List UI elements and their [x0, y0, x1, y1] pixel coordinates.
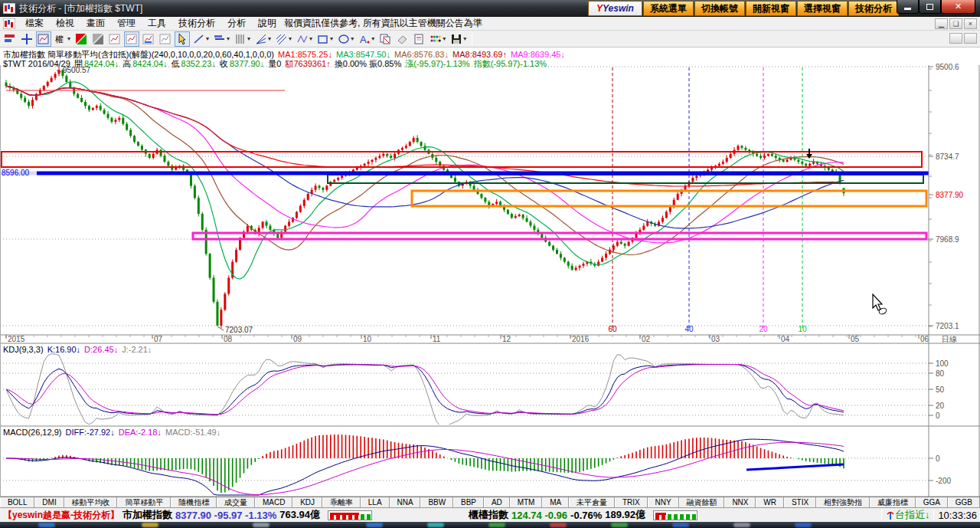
menu-item-畫面[interactable]: 畫面: [80, 16, 111, 31]
svg-text:10: 10: [363, 335, 372, 343]
svg-text:100: 100: [936, 359, 949, 368]
tab-成交量[interactable]: 成交量: [217, 497, 255, 507]
close-button[interactable]: ✕: [941, 0, 975, 14]
tab-未平倉量[interactable]: 未平倉量: [569, 497, 615, 507]
svg-text:8734.7: 8734.7: [936, 152, 959, 161]
tab-簡單移動平[interactable]: 簡單移動平: [117, 497, 171, 507]
eraser-tool[interactable]: [394, 31, 410, 47]
tab-GGB[interactable]: GGB: [948, 497, 980, 507]
toolbar: 權▾▾▾▾▾▾▾▾▾A▾▾▾: [0, 31, 980, 48]
period-day-icon[interactable]: [107, 31, 122, 47]
svg-text:7968.9: 7968.9: [936, 235, 959, 244]
svg-text:7203.1: 7203.1: [936, 322, 959, 330]
tab-TRIX[interactable]: TRIX: [615, 497, 648, 507]
kdj-header-line: KDJ(9,3,3) K:16.90↓ D:26.45↓ J:-2.21↓: [3, 345, 153, 354]
svg-text:0: 0: [936, 412, 940, 420]
status-otc-pct: -0.76%: [570, 510, 602, 521]
svg-text:08: 08: [224, 335, 233, 343]
menubar-app-icon: [3, 18, 15, 29]
tab-BBP[interactable]: BBP: [453, 497, 484, 507]
tab-MA[interactable]: MA: [542, 497, 569, 507]
trendline-tool[interactable]: ▾: [191, 31, 211, 47]
vertical-line-tool[interactable]: ▾: [233, 31, 252, 47]
yeswin-logo-button[interactable]: YYeswin: [588, 1, 642, 16]
menu-item-工具[interactable]: 工具: [142, 16, 172, 31]
text-tool[interactable]: A▾: [357, 31, 376, 47]
svg-text:8377.90: 8377.90: [936, 191, 964, 199]
wave-tool[interactable]: ▾: [295, 31, 314, 47]
tab-GGA[interactable]: GGA: [916, 497, 948, 507]
color-kline-icon[interactable]: [74, 31, 89, 47]
tab-LLA[interactable]: LLA: [361, 497, 390, 507]
ellipse-tool[interactable]: ▾: [336, 31, 355, 47]
tab-隨機指標[interactable]: 隨機指標: [171, 497, 217, 507]
save-tool[interactable]: ▾: [449, 31, 468, 47]
pointer-tool[interactable]: [175, 31, 190, 47]
mono-kline-icon[interactable]: [90, 31, 106, 47]
tab-相對強勢指[interactable]: 相對強勢指: [816, 497, 870, 507]
menu-item-技術分析[interactable]: 技術分析: [172, 16, 221, 31]
layout-icon[interactable]: [2, 31, 18, 47]
tab-DMI[interactable]: DMI: [34, 497, 64, 507]
menu-item-檔案[interactable]: 檔案: [19, 16, 50, 31]
tab-NNA[interactable]: NNA: [390, 497, 421, 507]
svg-text:20: 20: [759, 325, 768, 333]
toolbar-mdi-button-1[interactable]: [949, 33, 962, 44]
tab-BOLL[interactable]: BOLL: [0, 497, 34, 507]
down-arrow-annotation: [806, 154, 812, 159]
chart-canvas[interactable]: 604020108596.009500.577203.0720150708091…: [0, 0, 980, 528]
copy-object-tool[interactable]: [377, 31, 393, 47]
mdi-minimize-button[interactable]: ▁: [935, 18, 948, 29]
mdi-controls: ▁ ❏ ×: [933, 18, 977, 29]
windows-taskbar[interactable]: [0, 522, 980, 528]
move-icon[interactable]: [19, 31, 34, 47]
pitchfork-tool[interactable]: ▾: [274, 31, 293, 47]
mdi-restore-button[interactable]: ❏: [949, 18, 962, 29]
minimize-button[interactable]: [897, 0, 919, 14]
period-month-icon[interactable]: [141, 31, 156, 47]
rectangle-tool[interactable]: ▾: [315, 31, 335, 47]
tab-融資餘額[interactable]: 融資餘額: [679, 497, 725, 507]
horizontal-line-tool[interactable]: ▾: [212, 31, 231, 47]
titlebar-button-開新視窗[interactable]: 開新視窗: [746, 1, 796, 16]
menu-item-說明[interactable]: 說明: [252, 16, 283, 31]
quote-header-line: $TWT 2016/04/29 開8424.04↓ 高8424.04↓ 低835…: [3, 58, 548, 70]
tab-STIX[interactable]: STIX: [784, 497, 816, 507]
status-otc-amount: 189.92億: [605, 508, 645, 522]
weight-restore-dropdown[interactable]: 權▾: [53, 31, 72, 47]
tab-乖離率[interactable]: 乖離率: [322, 497, 361, 507]
mdi-close-button[interactable]: ×: [964, 18, 977, 29]
maximize-button[interactable]: [919, 0, 941, 14]
page-flag-tool[interactable]: [411, 31, 426, 47]
tab-威廉指標[interactable]: 威廉指標: [870, 497, 916, 507]
status-otc-values: 124.74 -0.96: [511, 510, 567, 521]
menu-item-檢視[interactable]: 檢視: [50, 16, 80, 31]
tab-移動平均收[interactable]: 移動平均收: [64, 497, 118, 507]
app-icon: [3, 3, 15, 14]
status-index-values: 8377.90 -95.97 -1.13%: [175, 510, 276, 521]
fan-line-tool[interactable]: ▾: [253, 31, 273, 47]
tab-MTM[interactable]: MTM: [510, 497, 543, 507]
tab-MACD[interactable]: MACD: [255, 497, 292, 507]
toolbar-mdi-button-2[interactable]: [964, 33, 977, 44]
titlebar-button-技術分析[interactable]: 技術分析: [848, 1, 899, 16]
period-week-icon[interactable]: [124, 31, 139, 47]
svg-text:2015: 2015: [8, 335, 25, 343]
titlebar-button-切換帳號[interactable]: 切換帳號: [694, 1, 745, 16]
menu-item-分析[interactable]: 分析: [221, 16, 252, 31]
svg-text:8596.00: 8596.00: [2, 169, 30, 177]
tab-KDJ[interactable]: KDJ: [292, 497, 322, 507]
titlebar-button-系統選單[interactable]: 系統選單: [643, 1, 694, 16]
period-minute-icon[interactable]: [158, 31, 173, 47]
tab-NNY[interactable]: NNY: [648, 497, 679, 507]
palette-tool[interactable]: ▾: [428, 31, 447, 47]
chart-window-icon[interactable]: [36, 31, 51, 47]
menu-item-管理[interactable]: 管理: [111, 16, 142, 31]
titlebar-button-選擇視窗[interactable]: 選擇視窗: [797, 1, 848, 16]
tab-NNX[interactable]: NNX: [724, 497, 756, 507]
tab-AD[interactable]: AD: [484, 497, 510, 507]
tab-WR[interactable]: WR: [756, 497, 784, 507]
svg-text:日線: 日線: [942, 335, 957, 343]
svg-text:60: 60: [608, 325, 617, 333]
tab-BBW[interactable]: BBW: [420, 497, 453, 507]
